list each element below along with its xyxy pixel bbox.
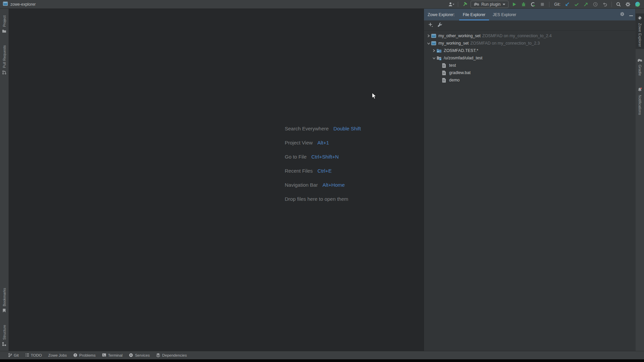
hide-panel-icon[interactable] <box>629 12 633 18</box>
panel-toolbar <box>424 20 635 31</box>
tree-item-working-set[interactable]: my_working_set ZOSMFAD on my_connection_… <box>424 40 635 47</box>
search-icon[interactable] <box>615 1 622 8</box>
tool-button-bookmarks[interactable]: Bookmarks <box>0 286 8 315</box>
tool-button-gradle-label: Gradle <box>638 65 642 76</box>
tool-button-project[interactable]: Project <box>0 13 8 36</box>
code-with-me-icon[interactable] <box>634 1 641 8</box>
tree-item-label: demo <box>449 78 460 82</box>
tree-item-uss-path[interactable]: /u/zosmfad/ulad_test <box>424 54 635 62</box>
left-stripe-top-group: Project Pull Requests <box>0 13 8 77</box>
panel-settings-gear-icon[interactable] <box>620 12 625 18</box>
tab-jes-explorer-label: JES Explorer <box>493 12 516 17</box>
dependencies-layers-icon <box>156 353 160 358</box>
structure-icon <box>2 342 6 347</box>
shortcut-action: Recent Files <box>285 168 313 174</box>
statusbar-zowe-jobs[interactable]: Zowe Jobs <box>48 353 67 357</box>
window-title: zowe-explorer <box>10 2 36 7</box>
panel-header-actions <box>620 9 633 20</box>
gradle-elephant-icon <box>474 1 479 7</box>
titlebar: zowe-explorer Run plugin <box>0 0 644 9</box>
tool-button-structure[interactable]: Structure <box>0 323 8 349</box>
run-configuration-select[interactable]: Run plugin <box>471 1 508 8</box>
tool-button-zowe-explorer[interactable]: Zowe Explorer <box>636 13 644 49</box>
shortcut-hint-row: Navigation Bar Alt+Home <box>285 182 361 188</box>
wrench-settings-icon[interactable] <box>437 22 442 28</box>
shortcut-action: Project View <box>285 140 313 145</box>
tool-button-structure-label: Structure <box>2 325 6 340</box>
shortcut-action: Navigation Bar <box>285 182 318 188</box>
git-update-icon[interactable] <box>564 1 571 8</box>
tool-button-pull-requests[interactable]: Pull Requests <box>0 43 8 77</box>
right-tool-stripe: Zowe Explorer Gradle Notifications <box>635 9 644 351</box>
settings-gear-icon[interactable] <box>624 1 632 8</box>
tree-item-connection-info: ZOSMFAD on my_connection_to_2.3 <box>470 41 540 46</box>
rollback-icon[interactable] <box>601 1 608 8</box>
git-push-icon[interactable] <box>582 1 590 8</box>
tool-button-notifications-label: Notifications <box>638 95 642 115</box>
run-icon[interactable] <box>511 1 518 8</box>
working-set-icon <box>431 41 437 46</box>
git-section-label: Git: <box>554 2 560 7</box>
left-stripe-bottom-group: Bookmarks Structure <box>0 286 8 349</box>
add-working-set-icon[interactable] <box>428 22 434 29</box>
tree-item-file[interactable]: gradlew.bat <box>424 69 635 76</box>
shortcut-keys: Alt+Home <box>323 182 345 188</box>
pull-request-icon <box>2 70 6 75</box>
tree-item-working-set[interactable]: my_other_working_set ZOSMFAD on my_conne… <box>424 32 635 40</box>
run-configuration-label: Run plugin <box>481 2 500 7</box>
statusbar-dependencies[interactable]: Dependencies <box>156 353 187 358</box>
toolbar-separator <box>611 2 612 7</box>
shortcut-action: Search Everywhere <box>285 126 329 131</box>
chevron-down-icon <box>502 3 505 5</box>
svg-text:DS: DS <box>437 51 440 53</box>
tab-jes-explorer[interactable]: JES Explorer <box>489 9 520 20</box>
bookmark-icon <box>2 308 6 313</box>
tree-item-label: ZOSMFAD.TEST.* <box>444 48 478 53</box>
tree-item-label: test <box>449 63 456 68</box>
editor-area[interactable]: Search Everywhere Double Shift Project V… <box>9 9 424 351</box>
shortcut-hint-row: Go to File Ctrl+Shift+N <box>285 154 361 160</box>
statusbar-git[interactable]: Git <box>8 353 19 358</box>
chevron-right-icon[interactable] <box>431 49 436 52</box>
git-branch-icon <box>8 353 12 358</box>
statusbar-problems[interactable]: Problems <box>73 353 96 358</box>
empty-editor-shortcut-hints: Search Everywhere Double Shift Project V… <box>285 125 361 202</box>
tree-item-dataset-mask[interactable]: DS ZOSMFAD.TEST.* <box>424 47 635 54</box>
todo-list-icon <box>25 353 29 358</box>
coverage-icon[interactable] <box>529 1 537 8</box>
tree-item-file[interactable]: test <box>424 62 635 69</box>
statusbar-services[interactable]: Services <box>129 353 150 358</box>
app-icon <box>3 1 8 8</box>
shortcut-keys: Double Shift <box>333 126 361 131</box>
ide-window: zowe-explorer Run plugin <box>0 0 644 362</box>
chevron-down-icon[interactable] <box>426 42 431 45</box>
chevron-down-icon[interactable] <box>431 57 436 60</box>
tool-button-pull-requests-label: Pull Requests <box>2 45 6 68</box>
statusbar-todo[interactable]: TODO <box>25 353 42 358</box>
statusbar-services-label: Services <box>135 353 150 357</box>
main-toolbar: Run plugin Git: <box>447 1 644 8</box>
zowe-explorer-panel: Zowe Explorer: File Explorer JES Explore… <box>424 9 635 351</box>
working-set-icon <box>431 33 437 39</box>
chevron-right-icon[interactable] <box>426 34 431 38</box>
titlebar-left: zowe-explorer <box>0 1 36 8</box>
panel-header[interactable]: Zowe Explorer: File Explorer JES Explore… <box>424 9 635 20</box>
tool-button-notifications[interactable]: Notifications <box>636 85 644 117</box>
tool-button-bookmarks-label: Bookmarks <box>2 288 6 306</box>
profile-icon[interactable] <box>447 1 455 8</box>
notifications-bell-icon <box>637 87 642 93</box>
shortcut-hint-row: Project View Alt+1 <box>285 139 361 146</box>
git-commit-icon[interactable] <box>573 1 580 8</box>
tool-button-zowe-explorer-label: Zowe Explorer <box>638 23 642 47</box>
tool-button-gradle[interactable]: Gradle <box>636 56 644 78</box>
tree-item-file[interactable]: demo <box>424 76 635 84</box>
stop-icon <box>539 1 546 8</box>
panel-title: Zowe Explorer: <box>428 12 455 17</box>
debug-icon[interactable] <box>520 1 527 8</box>
build-hammer-icon[interactable] <box>461 1 469 8</box>
folder-icon <box>2 29 6 34</box>
statusbar-terminal[interactable]: Terminal <box>102 353 122 358</box>
tab-file-explorer[interactable]: File Explorer <box>459 9 489 20</box>
tree-item-connection-info: ZOSMFAD on my_connection_to_2.4 <box>482 34 552 38</box>
mouse-cursor <box>372 93 377 101</box>
